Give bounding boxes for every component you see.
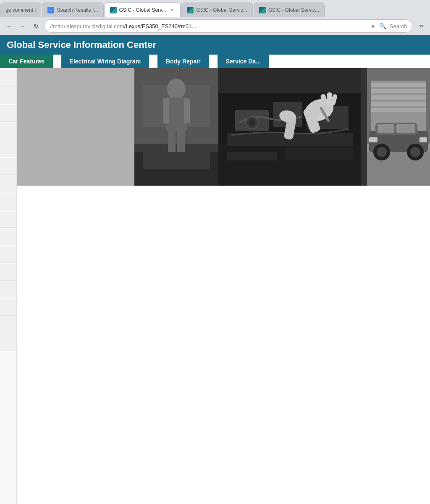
- tab-search-results[interactable]: G Search Results f...: [42, 3, 103, 17]
- tab-comment[interactable]: ge comment |: [0, 3, 41, 17]
- sidebar-item-6[interactable]: [0, 158, 16, 175]
- sidebar-item-2[interactable]: [0, 87, 16, 104]
- sidebar-item-8[interactable]: [0, 193, 16, 210]
- svg-rect-37: [371, 102, 426, 106]
- svg-rect-34: [371, 83, 426, 87]
- svg-rect-29: [227, 152, 277, 160]
- tab-gsic2-favicon: [187, 7, 194, 13]
- tab-gsic-2[interactable]: GSIC - Global Servic...: [181, 3, 252, 17]
- tab-search-favicon: G: [47, 7, 54, 13]
- sidebar-item-1[interactable]: [0, 70, 16, 87]
- sidebar-item-13[interactable]: [0, 281, 16, 298]
- reload-button[interactable]: ↻: [30, 20, 42, 32]
- tab-comment-label: ge comment |: [5, 7, 36, 13]
- tab-close-button[interactable]: ×: [168, 7, 175, 13]
- site-header: Global Service Information Center: [0, 35, 430, 55]
- nav-buttons: ← → ↻: [3, 20, 42, 32]
- svg-rect-6: [184, 98, 190, 123]
- tab-gsic3-favicon: [259, 7, 266, 13]
- nav-service[interactable]: Service Da...: [218, 55, 269, 68]
- url-path: /Lexus/ES350_ES240/rm01...: [124, 23, 196, 29]
- sidebar-item-11[interactable]: [0, 246, 16, 263]
- url-prefix: //manualespurdy.cisdigital.com: [50, 23, 124, 29]
- content-area: [17, 68, 430, 504]
- svg-rect-10: [143, 152, 210, 169]
- search-label: Search: [390, 23, 407, 29]
- svg-rect-42: [378, 124, 394, 133]
- tab-gsic3-label: GSIC - Global Servic...: [268, 7, 319, 13]
- banner-image-engine: [218, 68, 367, 186]
- svg-point-47: [410, 147, 420, 157]
- sidebar-item-15[interactable]: [0, 317, 16, 333]
- star-icon[interactable]: ★: [370, 23, 376, 29]
- back-button[interactable]: ←: [3, 20, 15, 32]
- sidebar-item-12[interactable]: [0, 264, 16, 281]
- banner-image-mechanic-person: [134, 68, 218, 186]
- url-text: //manualespurdy.cisdigital.com/Lexus/ES3…: [50, 23, 367, 29]
- browser-chrome: ge comment | G Search Results f... GSIC …: [0, 0, 430, 35]
- nav-body-repair[interactable]: Body Repair: [157, 55, 209, 68]
- sidebar-item-4[interactable]: [0, 123, 16, 139]
- sidebar-item-10[interactable]: [0, 228, 16, 245]
- sidebar: [0, 68, 17, 504]
- address-bar: ← → ↻ //manualespurdy.cisdigital.com/Lex…: [0, 17, 430, 35]
- svg-rect-43: [396, 124, 415, 133]
- svg-rect-48: [369, 137, 378, 142]
- svg-rect-49: [420, 137, 427, 142]
- white-space-content: [17, 186, 430, 504]
- site-title: Global Service Information Center: [5, 39, 158, 51]
- nav-bar: Car Features Electrical Wiring Diagram B…: [0, 55, 430, 68]
- nav-car-features[interactable]: Car Features: [0, 55, 53, 68]
- svg-rect-36: [371, 95, 426, 100]
- tab-gsic-3[interactable]: GSIC - Global Servic...: [254, 3, 325, 17]
- svg-rect-38: [371, 108, 426, 112]
- banner-image-car-garage: [367, 68, 430, 186]
- tab-search-label: Search Results f...: [57, 7, 98, 13]
- tab-gsic2-label: GSIC - Global Servic...: [196, 7, 247, 13]
- tab-bar: ge comment | G Search Results f... GSIC …: [0, 0, 430, 17]
- tab-gsic-active-label: GSIC - Global Serv...: [119, 7, 166, 13]
- sidebar-item-16[interactable]: [0, 334, 16, 351]
- sidebar-item-9[interactable]: [0, 211, 16, 228]
- sidebar-item-7[interactable]: [0, 176, 16, 192]
- sidebar-item-14[interactable]: [0, 299, 16, 316]
- forward-button[interactable]: →: [17, 20, 29, 32]
- image-banner: [17, 68, 430, 186]
- tab-gsic-favicon: [110, 7, 117, 13]
- svg-rect-7: [168, 130, 176, 155]
- svg-point-3: [167, 79, 186, 100]
- sidebar-item-5[interactable]: [0, 140, 16, 157]
- main-layout: [0, 68, 430, 504]
- infinity-button[interactable]: ∞: [415, 20, 427, 32]
- svg-point-27: [249, 119, 255, 126]
- banner-placeholder: [17, 68, 134, 186]
- svg-rect-5: [163, 98, 169, 123]
- svg-point-45: [377, 147, 387, 157]
- sidebar-item-3[interactable]: [0, 105, 16, 122]
- svg-rect-35: [371, 89, 426, 93]
- svg-rect-30: [286, 148, 353, 160]
- tab-gsic-active[interactable]: GSIC - Global Serv... ×: [105, 3, 181, 17]
- page-content: Global Service Information Center Car Fe…: [0, 35, 430, 504]
- url-bar[interactable]: //manualespurdy.cisdigital.com/Lexus/ES3…: [45, 19, 412, 33]
- nav-electrical[interactable]: Electrical Wiring Diagram: [61, 55, 149, 68]
- svg-rect-4: [166, 97, 187, 131]
- svg-rect-8: [177, 130, 185, 155]
- search-icon[interactable]: 🔍: [379, 23, 386, 29]
